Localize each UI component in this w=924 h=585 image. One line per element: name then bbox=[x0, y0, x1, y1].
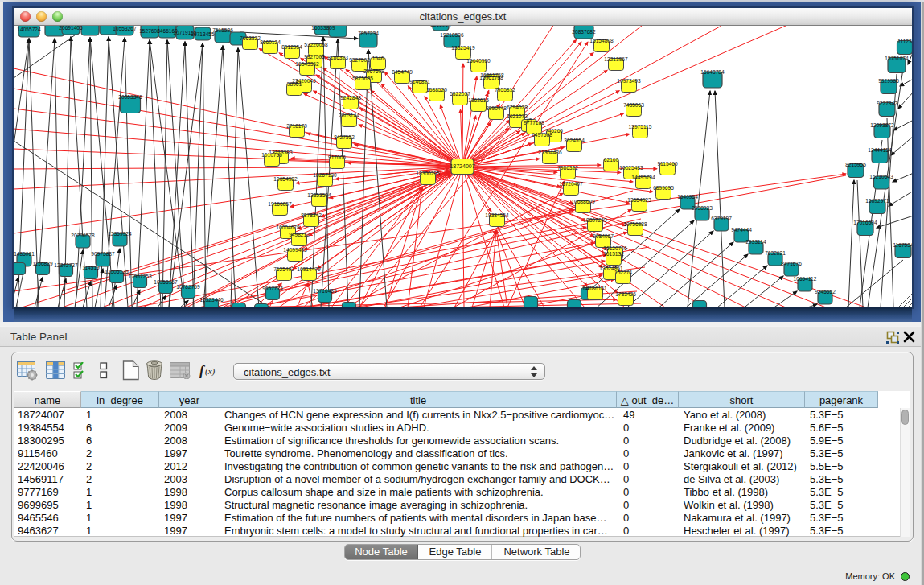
svg-text:19218506: 19218506 bbox=[440, 32, 464, 38]
svg-text:9084067: 9084067 bbox=[593, 233, 614, 239]
svg-text:6497568: 6497568 bbox=[532, 132, 552, 138]
svg-text:9242848: 9242848 bbox=[340, 95, 361, 101]
svg-text:20206578: 20206578 bbox=[71, 233, 95, 238]
svg-text:17016504: 17016504 bbox=[853, 220, 877, 225]
svg-text:1362615: 1362615 bbox=[468, 97, 489, 103]
svg-text:9329986: 9329986 bbox=[878, 78, 899, 84]
svg-text:1621072: 1621072 bbox=[507, 113, 528, 119]
svg-text:10688609: 10688609 bbox=[571, 199, 595, 204]
svg-text:9327502: 9327502 bbox=[349, 57, 370, 63]
svg-text:16004678: 16004678 bbox=[276, 225, 300, 230]
svg-text:10553267: 10553267 bbox=[113, 26, 137, 31]
svg-text:12359924: 12359924 bbox=[108, 231, 132, 237]
svg-text:12505135: 12505135 bbox=[105, 269, 129, 274]
svg-text:53226058: 53226058 bbox=[304, 42, 328, 47]
svg-text:12342737: 12342737 bbox=[54, 262, 78, 268]
svg-text:114519: 114519 bbox=[82, 265, 100, 270]
svg-text:14055724: 14055724 bbox=[17, 27, 41, 32]
svg-text:12323446: 12323446 bbox=[199, 297, 224, 303]
svg-text:3624554: 3624554 bbox=[564, 138, 585, 143]
svg-text:2803144: 2803144 bbox=[339, 113, 359, 118]
svg-text:14495794: 14495794 bbox=[631, 175, 655, 180]
svg-text:10958167: 10958167 bbox=[154, 279, 178, 285]
svg-text:19384554: 19384554 bbox=[485, 212, 509, 218]
svg-text:9498212: 9498212 bbox=[289, 232, 310, 237]
svg-text:14099483: 14099483 bbox=[283, 247, 307, 253]
svg-text:6794028: 6794028 bbox=[507, 105, 528, 110]
svg-text:16210643: 16210643 bbox=[869, 174, 893, 179]
svg-text:5875685: 5875685 bbox=[352, 76, 373, 81]
svg-text:1588520: 1588520 bbox=[426, 87, 447, 93]
svg-text:10756928: 10756928 bbox=[623, 221, 647, 227]
svg-text:8186323: 8186323 bbox=[327, 55, 348, 60]
svg-text:15692971: 15692971 bbox=[865, 198, 889, 204]
svg-text:17957253: 17957253 bbox=[128, 274, 152, 279]
svg-text:7625402: 7625402 bbox=[273, 266, 294, 272]
svg-text:18807249: 18807249 bbox=[583, 217, 607, 223]
svg-text:62160: 62160 bbox=[604, 157, 619, 163]
svg-text:8215955: 8215955 bbox=[845, 162, 866, 167]
svg-text:16154808: 16154808 bbox=[589, 38, 614, 43]
svg-text:(x): (x) bbox=[205, 366, 216, 377]
svg-text:16914479: 16914479 bbox=[297, 266, 321, 272]
svg-text:8471676: 8471676 bbox=[781, 261, 802, 266]
svg-text:917006: 917006 bbox=[328, 154, 346, 160]
svg-text:9115460: 9115460 bbox=[657, 161, 678, 167]
svg-text:1546: 1546 bbox=[372, 56, 384, 61]
svg-text:2718170: 2718170 bbox=[286, 123, 307, 129]
svg-text:7857234: 7857234 bbox=[358, 31, 379, 36]
svg-text:21364436: 21364436 bbox=[538, 150, 562, 155]
svg-text:10782759: 10782759 bbox=[176, 284, 200, 290]
svg-text:19654982: 19654982 bbox=[273, 176, 298, 182]
svg-text:16713455: 16713455 bbox=[191, 31, 215, 37]
svg-text:7986322: 7986322 bbox=[557, 165, 578, 171]
svg-text:8813054: 8813054 bbox=[430, 26, 451, 27]
svg-text:12213967: 12213967 bbox=[604, 56, 628, 62]
svg-text:1640954: 1640954 bbox=[677, 194, 698, 200]
svg-text:8660124: 8660124 bbox=[260, 39, 281, 45]
svg-text:14136141: 14136141 bbox=[583, 286, 607, 291]
svg-text:5322037: 5322037 bbox=[450, 91, 470, 97]
svg-text:1615132: 1615132 bbox=[603, 251, 624, 257]
svg-text:9245652: 9245652 bbox=[815, 289, 836, 295]
svg-text:1167534: 1167534 bbox=[893, 242, 912, 248]
svg-text:10654112: 10654112 bbox=[794, 276, 817, 282]
svg-text:20691406: 20691406 bbox=[59, 26, 83, 31]
svg-text:8878342: 8878342 bbox=[301, 212, 322, 218]
svg-text:7485063: 7485063 bbox=[623, 102, 644, 108]
svg-text:9227342: 9227342 bbox=[877, 101, 897, 106]
svg-text:16640910: 16640910 bbox=[466, 58, 491, 64]
svg-text:8427552: 8427552 bbox=[334, 134, 355, 140]
svg-text:15720407: 15720407 bbox=[559, 181, 583, 187]
svg-text:16648784: 16648784 bbox=[700, 69, 725, 75]
svg-text:15751074: 15751074 bbox=[885, 56, 909, 61]
svg-text:18267130: 18267130 bbox=[313, 172, 337, 178]
svg-text:9474444: 9474444 bbox=[731, 227, 752, 233]
svg-text:7955812: 7955812 bbox=[495, 87, 515, 93]
svg-text:11123: 11123 bbox=[897, 39, 912, 44]
svg-text:20053346: 20053346 bbox=[118, 94, 142, 100]
svg-text:1156829: 1156829 bbox=[32, 261, 53, 266]
svg-text:13353594: 13353594 bbox=[307, 192, 331, 198]
svg-text:98961: 98961 bbox=[287, 81, 302, 87]
svg-text:8938923: 8938923 bbox=[692, 205, 713, 211]
svg-text:90975887: 90975887 bbox=[91, 251, 115, 257]
svg-text:18300295: 18300295 bbox=[416, 171, 440, 176]
svg-text:10973493: 10973493 bbox=[617, 78, 641, 84]
svg-text:13325419: 13325419 bbox=[451, 45, 475, 51]
svg-text:9327503: 9327503 bbox=[304, 54, 325, 60]
svg-text:8454749: 8454749 bbox=[392, 69, 413, 75]
svg-text:13975115: 13975115 bbox=[629, 124, 652, 130]
svg-text:152274: 152274 bbox=[614, 270, 632, 275]
svg-text:6379197: 6379197 bbox=[711, 216, 732, 221]
svg-text:8990448: 8990448 bbox=[486, 105, 507, 111]
svg-text:16033809: 16033809 bbox=[311, 26, 335, 31]
svg-text:10025433: 10025433 bbox=[619, 165, 643, 171]
svg-text:7515526: 7515526 bbox=[212, 27, 233, 33]
svg-text:8912954: 8912954 bbox=[281, 44, 302, 50]
svg-text:16543362: 16543362 bbox=[295, 61, 319, 67]
svg-text:19166857: 19166857 bbox=[268, 201, 292, 207]
svg-text:1485061: 1485061 bbox=[14, 251, 35, 257]
svg-text:16961758: 16961758 bbox=[479, 75, 503, 80]
svg-text:13654923: 13654923 bbox=[627, 197, 651, 203]
